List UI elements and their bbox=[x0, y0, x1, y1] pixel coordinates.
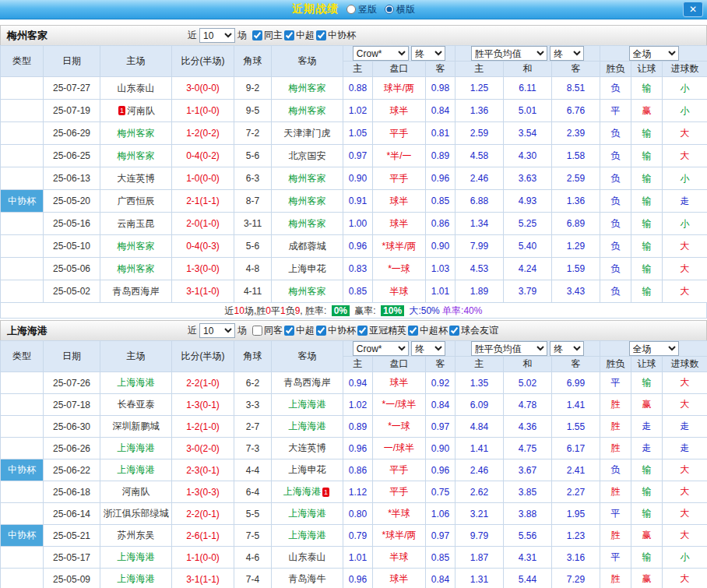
wdl-time-select[interactable]: 终 bbox=[550, 341, 584, 356]
avg-win-odds: 3.21 bbox=[456, 503, 504, 525]
checkbox-input[interactable] bbox=[252, 326, 262, 336]
match-date: 25-07-27 bbox=[44, 77, 100, 100]
home-odds: 0.80 bbox=[343, 503, 373, 525]
wdl-time-select[interactable]: 终 bbox=[550, 46, 584, 61]
fulltime-select[interactable]: 全场 bbox=[629, 46, 679, 61]
away-odds: 0.96 bbox=[426, 167, 456, 190]
checkbox-input[interactable] bbox=[449, 326, 459, 336]
away-team-cell: 北京国安 bbox=[272, 145, 343, 167]
filter-checkbox-4[interactable]: 中超杯 bbox=[408, 324, 448, 337]
avg-lose-odds: 1.55 bbox=[552, 416, 600, 438]
home-team-cell: 上海海港 bbox=[100, 547, 172, 569]
result-value: 负 bbox=[600, 235, 631, 258]
close-icon[interactable]: ✕ bbox=[683, 2, 703, 17]
odds-time-select[interactable]: 终 bbox=[411, 341, 445, 356]
match-date: 25-07-18 bbox=[44, 394, 100, 416]
league-type: 中超 bbox=[1, 372, 44, 394]
wdl-controls-cell: 胜平负均值 终 bbox=[456, 46, 600, 62]
titlebar: 近期战绩 竖版 横版 ✕ bbox=[0, 0, 707, 19]
corner-score: 8-7 bbox=[234, 190, 272, 213]
avg-draw-odds: 4.31 bbox=[504, 547, 552, 569]
away-team-cell: 上海海港 bbox=[272, 503, 343, 525]
checkbox-input[interactable] bbox=[284, 326, 294, 336]
away-odds: 0.84 bbox=[426, 569, 456, 588]
goals-result-value: 走 bbox=[663, 438, 707, 459]
away-odds: 0.85 bbox=[426, 190, 456, 213]
layout-horizontal-option[interactable]: 横版 bbox=[385, 3, 415, 16]
home-odds: 1.00 bbox=[343, 213, 373, 235]
avg-lose-odds: 6.99 bbox=[552, 372, 600, 394]
match-count-select[interactable]: 10 bbox=[199, 28, 235, 43]
away-odds: 0.90 bbox=[426, 438, 456, 459]
near-label: 近 bbox=[188, 29, 197, 42]
checkbox-input[interactable] bbox=[284, 30, 294, 40]
match-row: 中超25-05-09上海海港3-1(1-1)7-4青岛海牛0.96球半0.841… bbox=[1, 569, 707, 588]
filter-checkbox-1[interactable]: 中超 bbox=[284, 29, 315, 42]
odds-company-select[interactable]: Crow* bbox=[353, 341, 409, 356]
team-name: 长春亚泰 bbox=[118, 399, 155, 410]
away-odds: 0.98 bbox=[426, 77, 456, 100]
filter-checkbox-1[interactable]: 中超 bbox=[284, 324, 315, 337]
team-name: 上海海港 bbox=[283, 486, 321, 497]
checkbox-input[interactable] bbox=[316, 326, 326, 336]
score: 0-4(0-2) bbox=[172, 145, 234, 167]
avg-win-odds: 2.46 bbox=[456, 459, 504, 481]
home-odds: 1.05 bbox=[343, 122, 373, 145]
league-type: 中超 bbox=[1, 122, 44, 145]
corner-score: 5-5 bbox=[234, 503, 272, 525]
vertical-radio[interactable] bbox=[346, 5, 356, 14]
team-name: 山东泰山 bbox=[118, 83, 155, 93]
home-odds: 0.86 bbox=[343, 459, 373, 481]
home-team-cell: 梅州客家 bbox=[100, 235, 172, 258]
result-value: 胜 bbox=[600, 569, 631, 588]
col-corner: 角球 bbox=[234, 46, 272, 77]
away-odds: 1.01 bbox=[426, 280, 456, 303]
avg-lose-odds: 1.41 bbox=[552, 394, 600, 416]
team-name: 上海海港 bbox=[289, 421, 326, 431]
col-avg-lose: 客 bbox=[552, 62, 600, 77]
handicap-result-value: 输 bbox=[631, 280, 663, 303]
goals-result-value: 大 bbox=[663, 258, 707, 280]
team-name: 上海海港 bbox=[118, 551, 155, 562]
avg-lose-odds: 3.16 bbox=[552, 547, 600, 569]
match-date: 25-06-29 bbox=[44, 122, 100, 145]
away-team-cell: 上海海港 bbox=[272, 416, 343, 438]
away-team-cell: 上海申花 bbox=[272, 459, 343, 481]
checkbox-input[interactable] bbox=[408, 326, 418, 336]
league-type: 中协杯 bbox=[1, 525, 44, 547]
home-odds: 0.89 bbox=[343, 416, 373, 438]
filter-checkbox-2[interactable]: 中协杯 bbox=[316, 324, 356, 337]
score: 0-4(0-3) bbox=[172, 235, 234, 258]
corner-score: 4-6 bbox=[234, 547, 272, 569]
handicap-result-value: 输 bbox=[631, 372, 663, 394]
home-team-cell: 梅州客家 bbox=[100, 258, 172, 280]
layout-vertical-option[interactable]: 竖版 bbox=[346, 3, 377, 16]
filter-checkbox-2[interactable]: 中协杯 bbox=[316, 29, 356, 42]
wdl-average-select[interactable]: 胜平负均值 bbox=[471, 46, 547, 61]
wdl-average-select[interactable]: 胜平负均值 bbox=[471, 341, 547, 356]
match-count-select[interactable]: 10 bbox=[199, 323, 235, 338]
match-date: 25-05-17 bbox=[44, 547, 100, 569]
avg-win-odds: 9.79 bbox=[456, 525, 504, 547]
checkbox-input[interactable] bbox=[252, 30, 262, 40]
handicap-result-value: 输 bbox=[631, 503, 663, 525]
league-type: 中超 bbox=[1, 100, 44, 122]
fulltime-select[interactable]: 全场 bbox=[629, 341, 679, 356]
handicap-result-value: 输 bbox=[631, 77, 663, 100]
filter-checkbox-3[interactable]: 亚冠精英 bbox=[357, 324, 406, 337]
filter-checkbox-5[interactable]: 球会友谊 bbox=[449, 324, 498, 337]
checkbox-input[interactable] bbox=[357, 326, 368, 336]
filter-checkbox-0[interactable]: 同主 bbox=[252, 29, 283, 42]
match-date: 25-06-25 bbox=[44, 145, 100, 167]
section-shanghai-port: 上海海港 近 10 场 同客中超中协杯亚冠精英中超杯球会友谊 类型 日期 bbox=[0, 320, 707, 588]
handicap-line: *球半/两 bbox=[373, 235, 426, 258]
checkbox-input[interactable] bbox=[316, 30, 326, 40]
horizontal-radio[interactable] bbox=[385, 5, 394, 14]
avg-draw-odds: 3.67 bbox=[504, 459, 552, 481]
goals-result-value: 走 bbox=[663, 190, 707, 213]
odds-company-select[interactable]: Crow* bbox=[353, 46, 409, 61]
summary-segment: 1 bbox=[280, 305, 286, 316]
team-name: 天津津门虎 bbox=[284, 128, 331, 139]
odds-time-select[interactable]: 终 bbox=[411, 46, 445, 61]
filter-checkbox-0[interactable]: 同客 bbox=[252, 324, 283, 337]
